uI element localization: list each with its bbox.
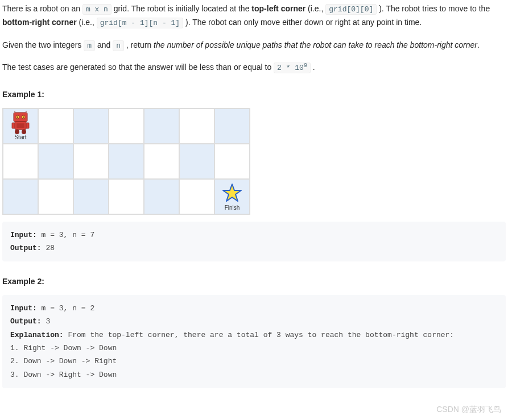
grid-cell — [109, 179, 144, 214]
text: . — [311, 63, 315, 72]
grid-cell — [3, 144, 38, 179]
bold-text: top-left corner — [251, 4, 305, 13]
grid-cell — [38, 179, 73, 214]
text: (i.e., — [77, 18, 97, 27]
output-label: Output: — [10, 244, 42, 252]
svg-point-9 — [15, 130, 19, 134]
text: ). The robot can only move either down o… — [183, 18, 422, 27]
text: The test cases are generated so that the… — [2, 63, 274, 72]
input-label: Input: — [10, 231, 37, 239]
output-value: 3 — [42, 317, 51, 326]
grid-cell — [144, 144, 179, 179]
text: and — [95, 40, 113, 49]
example-2-block: Input: m = 3, n = 2 Output: 3 Explanatio… — [2, 295, 506, 388]
explanation-label: Explanation: — [10, 331, 64, 339]
text: (i.e., — [305, 4, 325, 13]
grid-cell — [38, 144, 73, 179]
path-line: 3. Down -> Right -> Down — [10, 371, 117, 379]
input-label: Input: — [10, 304, 37, 313]
svg-rect-8 — [26, 123, 29, 128]
svg-point-3 — [17, 116, 18, 117]
star-icon — [222, 183, 242, 206]
grid-cell — [109, 144, 144, 179]
text: 2 * 10 — [277, 64, 304, 72]
svg-point-10 — [22, 130, 26, 134]
text: ). The robot tries to move to the — [377, 4, 490, 13]
svg-line-12 — [26, 111, 28, 112]
path-line: 2. Down -> Down -> Right — [10, 357, 117, 365]
grid-row: Finish — [3, 179, 250, 214]
inline-code: grid[m - 1][n - 1] — [97, 18, 183, 28]
grid-figure: Start Finish — [2, 108, 250, 215]
example-1-block: Input: m = 3, n = 7 Output: 28 — [2, 222, 506, 262]
inline-code: 2 * 109 — [274, 63, 311, 73]
robot-icon — [8, 111, 33, 139]
text: Given the two integers — [2, 40, 84, 49]
grid-row: Start — [3, 109, 250, 144]
inline-code: m — [84, 40, 95, 51]
problem-paragraph-1: There is a robot on an m x n grid. The r… — [2, 2, 506, 30]
grid-cell — [73, 144, 109, 179]
output-label: Output: — [10, 317, 42, 326]
grid-row — [3, 144, 250, 179]
grid-cell-finish: Finish — [214, 179, 250, 214]
text: , return — [124, 40, 154, 49]
grid-cell-start: Start — [3, 109, 38, 144]
svg-rect-7 — [12, 123, 15, 128]
grid-cell — [73, 109, 109, 144]
output-value: 28 — [42, 244, 55, 252]
grid-cell — [214, 144, 250, 179]
grid-cell — [179, 109, 214, 144]
path-line: 1. Right -> Down -> Down — [10, 344, 117, 352]
explanation-text: From the top-left corner, there are a to… — [64, 331, 455, 339]
problem-paragraph-3: The test cases are generated so that the… — [2, 61, 506, 74]
grid-cell — [214, 109, 250, 144]
inline-code: n — [113, 40, 124, 51]
grid-cell — [109, 109, 144, 144]
grid-cell — [144, 109, 179, 144]
svg-marker-13 — [223, 184, 241, 201]
grid-cell — [38, 109, 73, 144]
italic-text: the number of possible unique paths that… — [154, 40, 477, 49]
text: There is a robot on an — [2, 4, 82, 13]
inline-code: m x n — [82, 4, 111, 15]
superscript: 9 — [304, 63, 307, 69]
grid-cell — [179, 179, 214, 214]
problem-paragraph-2: Given the two integers m and n , return … — [2, 39, 506, 52]
bold-text: bottom-right corner — [2, 18, 77, 27]
grid-cell — [144, 179, 179, 214]
text: grid. The robot is initially located at … — [111, 4, 251, 13]
grid-cell — [3, 179, 38, 214]
input-value: m = 3, n = 7 — [37, 231, 94, 239]
grid-cell — [179, 144, 214, 179]
example-2-heading: Example 2: — [2, 275, 506, 288]
text: . — [477, 40, 480, 49]
input-value: m = 3, n = 2 — [37, 304, 94, 313]
svg-point-4 — [23, 116, 24, 117]
svg-rect-6 — [16, 123, 24, 128]
example-1-heading: Example 1: — [2, 88, 506, 101]
inline-code: grid[0][0] — [325, 4, 377, 15]
grid-cell — [73, 179, 109, 214]
svg-line-11 — [13, 111, 15, 112]
